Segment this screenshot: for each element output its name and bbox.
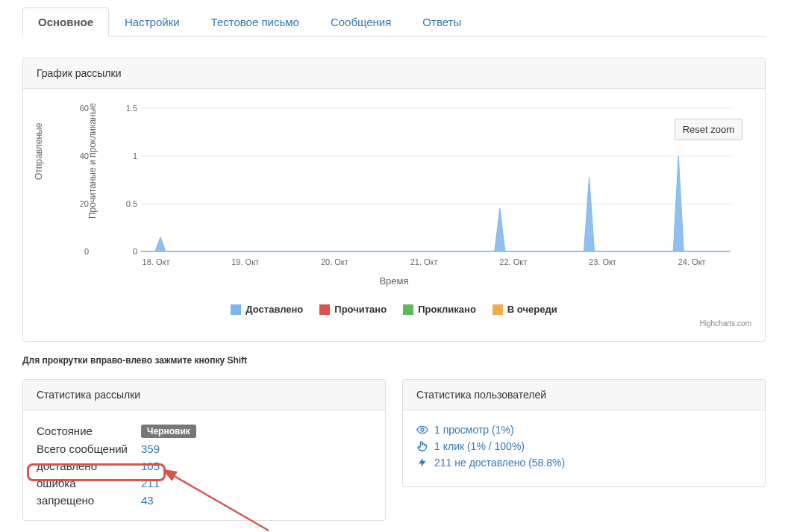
chart-svg[interactable]: 020406000.511.518. Окт19. Окт20. Окт21. … — [37, 102, 738, 274]
user-stats-panel: Статистика пользователей 1 просмотр (1%)… — [402, 379, 766, 487]
svg-text:19. Окт: 19. Окт — [231, 257, 259, 266]
tabs-bar: Основное Настройки Тестовое письмо Сообщ… — [22, 7, 766, 37]
delivered-value-link[interactable]: 105 — [141, 460, 160, 472]
chart-legend: Доставлено Прочитано Прокликано В очеред… — [37, 304, 751, 315]
state-label: Состояние — [37, 425, 141, 437]
chart-credit[interactable]: Highcharts.com — [37, 319, 751, 328]
legend-queued[interactable]: В очереди — [492, 304, 557, 315]
legend-label-read: Прочитано — [334, 304, 387, 315]
user-stats-undelivered[interactable]: 211 не доставлено (58.8%) — [416, 457, 751, 469]
user-stats-clicks[interactable]: 1 клик (1% / 100%) — [416, 440, 751, 452]
legend-delivered[interactable]: Доставлено — [231, 304, 303, 315]
error-label: ошибка — [37, 477, 141, 489]
chart-panel-title: График рассылки — [23, 58, 765, 89]
svg-text:0: 0 — [133, 247, 137, 256]
user-stats-views-text: 1 просмотр (1%) — [434, 424, 514, 436]
bolt-icon — [416, 457, 428, 469]
state-badge: Черновик — [141, 425, 196, 438]
tab-settings[interactable]: Настройки — [109, 7, 196, 37]
svg-text:0.5: 0.5 — [126, 199, 137, 208]
chart-area[interactable]: Reset zoom Отправленые Прочитаные и прок… — [37, 102, 751, 296]
eye-icon — [416, 424, 428, 436]
user-stats-clicks-text: 1 клик (1% / 100%) — [434, 440, 525, 452]
legend-label-clicked: Прокликано — [418, 304, 476, 315]
total-value-link[interactable]: 359 — [141, 442, 160, 455]
total-label: Всего сообщений — [37, 442, 141, 455]
svg-text:23. Окт: 23. Окт — [589, 257, 616, 266]
user-stats-undelivered-text: 211 не доставлено (58.8%) — [434, 457, 565, 469]
reset-zoom-button[interactable]: Reset zoom — [675, 119, 742, 140]
mail-stats-panel: Статистика рассылки Состояние Черновик В… — [22, 379, 386, 521]
tab-replies[interactable]: Ответы — [407, 7, 477, 37]
x-axis-title: Время — [37, 275, 751, 287]
tab-test-letter[interactable]: Тестовое письмо — [196, 7, 315, 37]
user-stats-title: Статистика пользователей — [403, 380, 765, 410]
tab-messages[interactable]: Сообщения — [315, 7, 407, 37]
mail-stats-table: Состояние Черновик Всего сообщений 359 д… — [37, 424, 372, 507]
legend-label-delivered: Доставлено — [246, 304, 303, 315]
chart-panel: График рассылки Reset zoom Отправленые П… — [22, 57, 766, 342]
forbidden-value-link[interactable]: 43 — [141, 494, 154, 507]
scroll-hint: Для прокрутки вправо-влево зажмите кнопк… — [22, 355, 766, 366]
svg-text:1: 1 — [133, 151, 137, 160]
svg-text:18. Окт: 18. Окт — [143, 257, 170, 266]
svg-text:1.5: 1.5 — [126, 104, 137, 113]
svg-text:20. Окт: 20. Окт — [321, 257, 348, 266]
svg-text:0: 0 — [84, 247, 89, 256]
legend-swatch-clicked — [403, 304, 413, 315]
legend-swatch-queued — [492, 304, 503, 315]
legend-clicked[interactable]: Прокликано — [403, 304, 476, 315]
delivered-label: доставлено — [37, 460, 141, 472]
tab-main[interactable]: Основное — [22, 7, 109, 37]
svg-text:21. Окт: 21. Окт — [410, 257, 438, 266]
legend-swatch-read — [319, 304, 330, 315]
y-right-axis-label: Прочитаные и прокликаные — [87, 103, 98, 219]
svg-point-21 — [421, 428, 424, 431]
user-stats-views[interactable]: 1 просмотр (1%) — [416, 424, 751, 436]
svg-text:22. Окт: 22. Окт — [499, 257, 527, 266]
legend-label-queued: В очереди — [507, 304, 557, 315]
error-value-link[interactable]: 211 — [141, 477, 160, 489]
y-left-axis-label: Отправленые — [34, 123, 44, 180]
legend-swatch-delivered — [231, 304, 241, 315]
svg-text:24. Окт: 24. Окт — [678, 257, 706, 266]
mail-stats-title: Статистика рассылки — [23, 380, 385, 410]
forbidden-label: запрещено — [37, 494, 141, 507]
hand-click-icon — [416, 440, 428, 452]
legend-read[interactable]: Прочитано — [319, 304, 387, 315]
